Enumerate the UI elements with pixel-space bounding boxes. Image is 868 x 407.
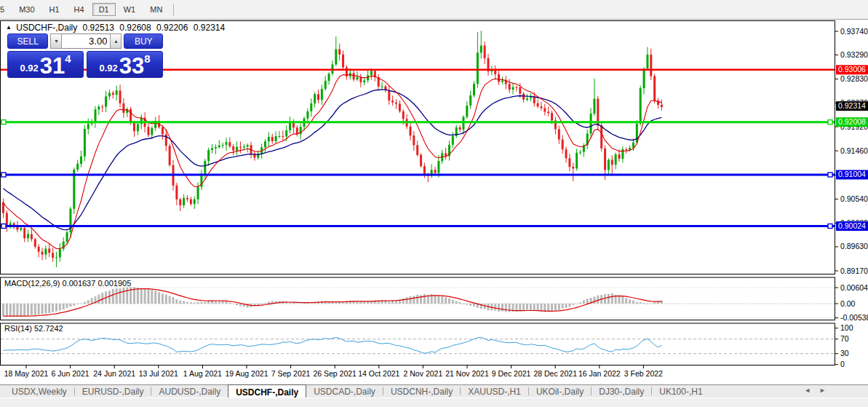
candle-body — [207, 150, 210, 161]
chart-tab-usdchf-daily[interactable]: USDCHF-,Daily — [228, 384, 306, 398]
macd-histogram-bar — [20, 304, 22, 316]
timeframe-button-M30[interactable]: M30 — [12, 3, 41, 16]
candle-body — [342, 55, 344, 68]
candle-body — [650, 55, 652, 76]
macd-histogram-bar — [621, 296, 624, 304]
line-handle[interactable] — [1, 173, 6, 177]
macd-histogram-bar — [264, 303, 266, 304]
price-tick-label: 0.90540 — [840, 194, 868, 203]
date-tick-label: 26 Sep 2021 — [313, 369, 357, 378]
macd-histogram-bar — [289, 303, 291, 304]
candle-body — [278, 136, 280, 137]
macd-histogram-bar — [292, 303, 295, 304]
candle-body — [359, 77, 362, 82]
candle-body — [423, 166, 426, 175]
volume-increase-button[interactable]: ▲ — [110, 33, 122, 49]
candle-body — [522, 94, 525, 100]
macd-histogram-bar — [268, 301, 270, 304]
line-handle[interactable] — [828, 224, 832, 229]
timeframe-button-H1[interactable]: H1 — [43, 3, 66, 16]
macd-histogram-bar — [239, 304, 242, 306]
candle-body — [466, 106, 468, 116]
candle-body — [590, 114, 592, 133]
candle-body — [285, 130, 287, 137]
macd-histogram-bar — [183, 301, 185, 304]
chart-tab-usdcnh-daily[interactable]: USDCNH-,Daily — [383, 385, 460, 398]
macd-histogram-bar — [568, 304, 570, 307]
volume-decrease-button[interactable]: ▼ — [50, 33, 62, 49]
line-handle[interactable] — [828, 173, 832, 177]
candle-body — [211, 149, 213, 150]
candle-body — [137, 124, 139, 131]
timeframe-button-H4[interactable]: H4 — [68, 3, 91, 16]
line-handle[interactable] — [1, 120, 6, 125]
chart-tab-usdcad-daily[interactable]: USDCAD-,Daily — [306, 385, 383, 398]
macd-histogram-bar — [119, 288, 122, 304]
candle-body — [268, 137, 270, 141]
chart-tab-uk100-h1[interactable]: UK100-,H1 — [652, 385, 709, 398]
candle-body — [615, 154, 617, 165]
chart-tab-audusd-daily[interactable]: AUDUSD-,Daily — [151, 385, 228, 398]
ohlc-high: 0.92608 — [119, 23, 151, 33]
macd-histogram-bar — [175, 299, 178, 304]
candle-body — [215, 147, 217, 149]
macd-histogram-bar — [437, 296, 439, 304]
chart-tab-ukoil-daily[interactable]: UKOil-,Daily — [529, 385, 591, 398]
candle-body — [480, 46, 482, 53]
chart-tab-bar: USDX,WeeklyEURUSD-,DailyAUDUSD-,DailyUSD… — [0, 384, 868, 398]
candle-body — [306, 111, 308, 119]
sell-button[interactable]: SELL — [7, 33, 48, 49]
candle-body — [526, 98, 528, 100]
candle-body — [147, 127, 149, 135]
macd-histogram-bar — [232, 304, 234, 304]
volume-input[interactable] — [62, 33, 110, 49]
candle-body — [190, 199, 192, 204]
chart-tab-xauusd-h1[interactable]: XAUUSD-,H1 — [461, 385, 528, 398]
macd-histogram-bar — [158, 292, 160, 304]
macd-histogram-bar — [593, 296, 595, 304]
macd-tick-label: -0.005383 — [840, 313, 868, 322]
macd-histogram-bar — [505, 304, 507, 312]
sell-price-box[interactable]: 0.92 31 4 — [7, 51, 84, 78]
candle-body — [186, 198, 188, 199]
macd-histogram-bar — [9, 304, 12, 317]
timeframe-button-5[interactable]: 5 — [0, 3, 11, 16]
macd-histogram-bar — [640, 302, 642, 304]
buy-button[interactable]: BUY — [124, 33, 163, 49]
macd-histogram-bar — [445, 297, 447, 304]
macd-histogram-bar — [406, 297, 408, 304]
candle-body — [381, 87, 383, 87]
chart-tab-dj30-daily[interactable]: DJ30-,Daily — [592, 385, 651, 398]
macd-histogram-bar — [55, 304, 57, 312]
line-handle[interactable] — [1, 224, 6, 229]
tab-scroll-buttons: ◄ ► — [804, 387, 826, 394]
date-tick-label: 24 Jun 2021 — [93, 369, 135, 378]
buy-price-box[interactable]: 0.92 33 8 — [87, 51, 163, 78]
rsi-pane[interactable] — [1, 323, 835, 365]
macd-histogram-bar — [172, 297, 175, 304]
tab-scroll-left-icon[interactable]: ◄ — [804, 387, 811, 394]
date-tick-label: 1 Aug 2021 — [183, 369, 222, 378]
tab-scroll-right-icon[interactable]: ► — [819, 387, 826, 394]
macd-histogram-bar — [147, 289, 149, 304]
candle-body — [512, 87, 514, 90]
candle-body — [48, 248, 50, 253]
macd-histogram-bar — [27, 304, 29, 315]
candle-body — [59, 249, 61, 258]
candle-body — [462, 117, 464, 130]
candle-body — [130, 109, 132, 123]
macd-histogram-bar — [466, 304, 468, 305]
timeframe-button-W1[interactable]: W1 — [117, 3, 143, 16]
candle-body — [27, 234, 29, 239]
candle-body — [218, 146, 220, 147]
candle-body — [611, 160, 613, 165]
macd-histogram-bar — [48, 304, 50, 313]
date-tick-label: 3 Feb 2022 — [624, 369, 663, 378]
up-arrow-icon: ▲ — [114, 39, 119, 44]
timeframe-button-MN[interactable]: MN — [143, 3, 169, 16]
timeframe-button-D1[interactable]: D1 — [92, 3, 116, 16]
line-handle[interactable] — [828, 120, 832, 125]
chart-tab-usdx-weekly[interactable]: USDX,Weekly — [4, 385, 74, 398]
chart-tab-eurusd-daily[interactable]: EURUSD-,Daily — [75, 385, 151, 398]
macd-histogram-bar — [388, 301, 390, 304]
